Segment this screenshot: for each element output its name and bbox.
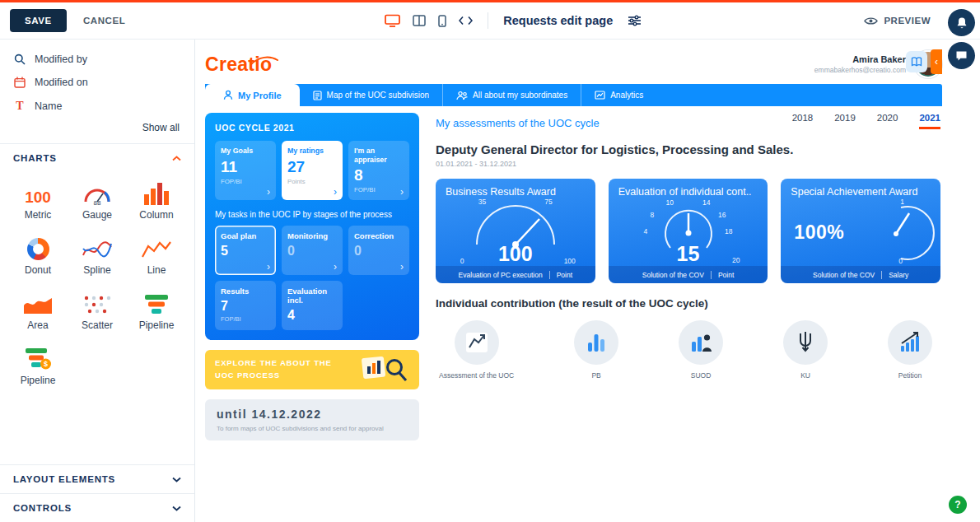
phone-view-icon[interactable] — [438, 15, 446, 27]
tab-label: All about my subordinates — [473, 91, 567, 100]
section-header-charts[interactable]: CHARTS — [0, 143, 194, 172]
gauge-card-special-achievement[interactable]: Special Achievement Award 100% 1 — [781, 179, 940, 283]
chat-bubble-icon[interactable] — [948, 42, 975, 69]
stat-card-appraiser[interactable]: I'm an appraiser 8 FOP/BI › — [348, 141, 409, 200]
footer-divider — [549, 271, 550, 279]
banner-text: EXPLORE THE ABOUT THE UOC PROCESS — [215, 357, 338, 381]
page-settings-icon[interactable] — [628, 15, 642, 26]
chart-tile-donut[interactable]: Donut — [8, 232, 68, 276]
dashboard-content: UOC CYCLE 2021 My Goals 11 FOP/BI › My r… — [205, 113, 942, 440]
app-root: SAVE CANCEL Requests edit page — [0, 0, 980, 522]
stat-card-my-goals[interactable]: My Goals 11 FOP/BI › — [215, 141, 276, 200]
year-2021[interactable]: 2021 — [919, 113, 940, 129]
growth-chart-icon — [888, 320, 932, 365]
page-canvas: Creatio Amira Baker emmabakerhos@creatio… — [195, 40, 980, 522]
gauge-title: Business Results Award — [436, 179, 595, 198]
sidebar-item-modified-on[interactable]: Modified on — [0, 71, 194, 94]
contribution-label: Petition — [898, 371, 922, 380]
cancel-button[interactable]: CANCEL — [83, 16, 126, 26]
creatio-logo: Creatio — [205, 54, 272, 76]
chart-tile-scatter[interactable]: Scatter — [68, 287, 127, 331]
year-2020[interactable]: 2020 — [877, 113, 898, 129]
knowledge-panel-icon[interactable] — [906, 51, 927, 72]
chart-tile-spline[interactable]: Spline — [68, 232, 127, 276]
gauge-footer-label: Solution of the COV — [642, 271, 704, 279]
tablet-view-icon[interactable] — [413, 15, 426, 26]
gauge-value: 15 — [627, 242, 750, 266]
stat-label: My ratings — [287, 147, 337, 156]
sidebar-item-name[interactable]: T Name — [0, 94, 194, 119]
section-header-layout-elements[interactable]: LAYOUT ELEMENTS — [0, 464, 194, 493]
task-card-goal-plan[interactable]: Goal plan 5 › — [215, 226, 276, 275]
chart-tile-pipeline[interactable]: Pipeline — [127, 287, 186, 331]
tile-label: Donut — [25, 264, 51, 276]
chart-tile-area[interactable]: Area — [8, 287, 68, 331]
tab-my-profile[interactable]: My Profile — [205, 84, 300, 106]
show-all-link[interactable]: Show all — [0, 119, 194, 143]
tile-label: Metric — [25, 209, 52, 221]
gauge-footer-label: Evaluation of PC execution — [459, 271, 543, 279]
section-label: LAYOUT ELEMENTS — [13, 474, 115, 484]
gauge-tick: 0 — [898, 257, 903, 265]
task-card-results[interactable]: Results 7 FOP/BI — [215, 281, 276, 330]
tile-label: Spline — [83, 264, 110, 276]
contribution-pb[interactable]: PB — [574, 320, 618, 380]
contribution-label: Assessment of the UOC — [439, 371, 514, 380]
chart-tile-line[interactable]: Line — [127, 232, 186, 276]
section-header-controls[interactable]: CONTROLS — [0, 493, 194, 522]
task-card-monitoring[interactable]: Monitoring 0 › — [282, 226, 343, 275]
assessments-heading-link[interactable]: My assessments of the UOC cycle — [436, 117, 600, 129]
collapse-panel-tab[interactable]: ‹ — [931, 49, 942, 74]
stat-card-my-ratings[interactable]: My ratings 27 Points › — [282, 141, 343, 200]
year-2018[interactable]: 2018 — [792, 113, 814, 129]
filter-label: Name — [35, 100, 62, 112]
gauge-tick: 10 — [666, 198, 674, 207]
tab-all-about-my-subordinates[interactable]: All about my subordinates — [442, 84, 581, 106]
gauge-card-business-results[interactable]: Business Results Award 35 75 — [436, 179, 595, 283]
preview-label: PREVIEW — [884, 16, 931, 26]
tab-label: My Profile — [238, 91, 282, 100]
notifications-bell-icon[interactable] — [948, 9, 975, 36]
contribution-heading: Individual contribution (the result of t… — [436, 297, 940, 310]
gauge-footer-label: Solution of the COV — [813, 271, 875, 279]
help-icon[interactable]: ? — [949, 496, 967, 514]
contribution-assessment-uoc[interactable]: Assessment of the UOC — [439, 320, 514, 380]
gauge-card-individual-contribution[interactable]: Evaluation of individual cont.. 10 — [609, 179, 768, 283]
contribution-label: PB — [591, 371, 600, 380]
svg-text:$: $ — [44, 360, 48, 368]
code-view-icon[interactable] — [459, 16, 473, 26]
deadline-card[interactable]: until 14.12.2022 To form maps of UOC sub… — [205, 399, 419, 440]
gauge-footer: Solution of the COV Point — [609, 266, 768, 283]
tab-analytics[interactable]: Analytics — [581, 84, 656, 106]
metric-icon: 100 — [25, 177, 51, 205]
year-2019[interactable]: 2019 — [834, 113, 856, 129]
gauge-chart: 10 14 8 16 4 18 20 15 — [609, 200, 768, 266]
explore-banner[interactable]: EXPLORE THE ABOUT THE UOC PROCESS — [205, 350, 419, 389]
save-button[interactable]: SAVE — [10, 9, 67, 32]
contribution-ku[interactable]: KU — [783, 320, 828, 380]
task-sub: FOP/BI — [221, 315, 270, 323]
tab-map-of-uoc-subdivision[interactable]: Map of the UOC subdivision — [300, 84, 443, 106]
preview-button[interactable]: PREVIEW — [864, 16, 931, 26]
tile-label: Line — [147, 264, 166, 276]
filter-label: Modified by — [35, 54, 87, 65]
chart-tile-column[interactable]: Column — [127, 177, 186, 221]
sidebar-item-modified-by[interactable]: Modified by — [0, 48, 194, 71]
toolbar: SAVE CANCEL Requests edit page — [0, 0, 980, 40]
gauge-footer: Solution of the COV Salary — [781, 266, 940, 283]
stat-sub: FOP/BI — [354, 186, 404, 193]
footer-divider — [881, 271, 882, 279]
contribution-petition[interactable]: Petition — [888, 320, 932, 380]
task-card-correction[interactable]: Correction 0 › — [348, 226, 409, 275]
user-info: Amira Baker emmabakerhos@creatio.com — [814, 54, 906, 74]
contribution-suod[interactable]: SUOD — [679, 320, 723, 380]
gauge-tick: 4 — [644, 227, 648, 235]
section-label: CONTROLS — [13, 503, 72, 513]
chart-tile-sales-pipeline[interactable]: $ Pipeline — [8, 343, 68, 386]
task-card-evaluation[interactable]: Evaluation incl. 4 — [282, 281, 343, 330]
chart-tile-gauge[interactable]: 88 Gauge — [68, 177, 127, 221]
chart-tile-metric[interactable]: 100 Metric — [8, 177, 68, 221]
contribution-label: SUOD — [691, 371, 712, 380]
stats-row: My Goals 11 FOP/BI › My ratings 27 Point… — [215, 141, 409, 200]
desktop-view-icon[interactable] — [385, 14, 400, 27]
